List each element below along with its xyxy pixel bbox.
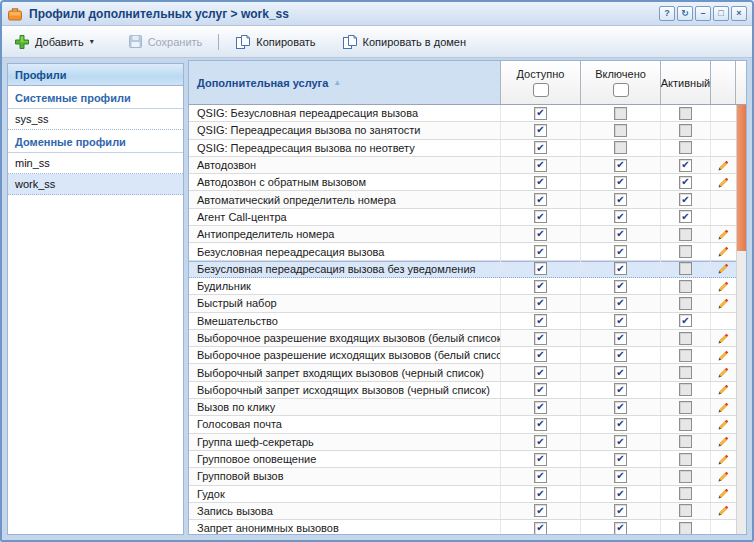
close-button[interactable]: × xyxy=(731,6,747,21)
enabled-checkbox[interactable]: ✔ xyxy=(614,193,627,206)
table-row[interactable]: Выборочное разрешение входящих вызовов (… xyxy=(189,330,736,347)
enabled-checkbox[interactable]: ✔ xyxy=(614,401,627,414)
edit-pencil-icon[interactable] xyxy=(717,453,730,466)
available-checkbox[interactable]: ✔ xyxy=(534,124,547,137)
available-checkbox[interactable]: ✔ xyxy=(534,470,547,483)
active-checkbox[interactable] xyxy=(679,418,692,431)
table-row[interactable]: Гудок✔✔ xyxy=(189,486,736,503)
edit-pencil-icon[interactable] xyxy=(717,176,730,189)
sidebar-item-min_ss[interactable]: min_ss xyxy=(8,153,183,174)
table-row[interactable]: Безусловная переадресация вызова без уве… xyxy=(189,261,736,278)
enabled-checkbox[interactable]: ✔ xyxy=(614,262,627,275)
vertical-scrollbar[interactable] xyxy=(736,105,746,534)
available-checkbox[interactable]: ✔ xyxy=(534,176,547,189)
enabled-checkbox[interactable]: ✔ xyxy=(614,383,627,396)
active-checkbox[interactable] xyxy=(679,107,692,120)
available-checkbox[interactable]: ✔ xyxy=(534,280,547,293)
edit-pencil-icon[interactable] xyxy=(717,487,730,500)
available-checkbox[interactable]: ✔ xyxy=(534,366,547,379)
sidebar-item-sys_ss[interactable]: sys_ss xyxy=(8,109,183,130)
copy-button[interactable]: Копировать xyxy=(229,30,321,54)
edit-pencil-icon[interactable] xyxy=(717,349,730,362)
available-checkbox[interactable]: ✔ xyxy=(534,245,547,258)
enabled-checkbox[interactable]: ✔ xyxy=(614,522,627,534)
enabled-select-all-checkbox[interactable] xyxy=(613,83,629,97)
table-row[interactable]: Вызов по клику✔✔ xyxy=(189,399,736,416)
table-row[interactable]: Автоматический определитель номера✔✔✔ xyxy=(189,191,736,208)
edit-pencil-icon[interactable] xyxy=(717,228,730,241)
available-checkbox[interactable]: ✔ xyxy=(534,435,547,448)
table-row[interactable]: Запрет анонимных вызовов✔✔ xyxy=(189,520,736,534)
enabled-checkbox[interactable]: ✔ xyxy=(614,314,627,327)
enabled-checkbox[interactable]: ✔ xyxy=(614,349,627,362)
available-checkbox[interactable]: ✔ xyxy=(534,297,547,310)
edit-pencil-icon[interactable] xyxy=(717,245,730,258)
enabled-checkbox[interactable]: ✔ xyxy=(614,245,627,258)
enabled-checkbox[interactable] xyxy=(614,107,627,120)
enabled-checkbox[interactable]: ✔ xyxy=(614,435,627,448)
enabled-checkbox[interactable]: ✔ xyxy=(614,159,627,172)
enabled-checkbox[interactable]: ✔ xyxy=(614,453,627,466)
edit-pencil-icon[interactable] xyxy=(717,401,730,414)
available-checkbox[interactable]: ✔ xyxy=(534,383,547,396)
active-checkbox[interactable] xyxy=(679,522,692,534)
active-checkbox[interactable] xyxy=(679,366,692,379)
table-row[interactable]: QSIG: Переадресация вызова по неответу✔ xyxy=(189,140,736,157)
edit-pencil-icon[interactable] xyxy=(717,504,730,517)
table-row[interactable]: Запись вызова✔✔ xyxy=(189,503,736,520)
enabled-checkbox[interactable]: ✔ xyxy=(614,418,627,431)
active-checkbox[interactable] xyxy=(679,124,692,137)
active-checkbox[interactable] xyxy=(679,228,692,241)
active-checkbox[interactable] xyxy=(679,470,692,483)
help-button[interactable]: ? xyxy=(659,6,675,21)
enabled-checkbox[interactable]: ✔ xyxy=(614,176,627,189)
table-row[interactable]: Выборочный запрет исходящих вызовов (чер… xyxy=(189,382,736,399)
available-checkbox[interactable]: ✔ xyxy=(534,349,547,362)
active-checkbox[interactable]: ✔ xyxy=(679,314,692,327)
edit-pencil-icon[interactable] xyxy=(717,383,730,396)
available-checkbox[interactable]: ✔ xyxy=(534,332,547,345)
edit-pencil-icon[interactable] xyxy=(717,262,730,275)
table-row[interactable]: Автодозвон✔✔✔ xyxy=(189,157,736,174)
active-checkbox[interactable] xyxy=(679,435,692,448)
enabled-checkbox[interactable]: ✔ xyxy=(614,487,627,500)
table-row[interactable]: QSIG: Безусловная переадресация вызова✔ xyxy=(189,105,736,122)
active-checkbox[interactable] xyxy=(679,453,692,466)
available-checkbox[interactable]: ✔ xyxy=(534,159,547,172)
column-header-service[interactable]: Дополнительная услуга ▲ xyxy=(189,61,501,104)
active-checkbox[interactable] xyxy=(679,487,692,500)
edit-pencil-icon[interactable] xyxy=(717,159,730,172)
active-checkbox[interactable] xyxy=(679,262,692,275)
active-checkbox[interactable]: ✔ xyxy=(679,210,692,223)
active-checkbox[interactable] xyxy=(679,297,692,310)
edit-pencil-icon[interactable] xyxy=(717,435,730,448)
edit-pencil-icon[interactable] xyxy=(717,280,730,293)
available-checkbox[interactable]: ✔ xyxy=(534,522,547,534)
active-checkbox[interactable] xyxy=(679,383,692,396)
available-checkbox[interactable]: ✔ xyxy=(534,401,547,414)
edit-pencil-icon[interactable] xyxy=(717,418,730,431)
refresh-button[interactable]: ↻ xyxy=(677,6,693,21)
available-checkbox[interactable]: ✔ xyxy=(534,418,547,431)
enabled-checkbox[interactable] xyxy=(614,141,627,154)
table-row[interactable]: Автодозвон с обратным вызовом✔✔✔ xyxy=(189,174,736,191)
column-header-active[interactable]: Активный xyxy=(661,61,711,104)
edit-pencil-icon[interactable] xyxy=(717,297,730,310)
enabled-checkbox[interactable]: ✔ xyxy=(614,332,627,345)
available-checkbox[interactable]: ✔ xyxy=(534,262,547,275)
minimize-button[interactable]: – xyxy=(695,6,711,21)
enabled-checkbox[interactable]: ✔ xyxy=(614,280,627,293)
table-row[interactable]: Безусловная переадресация вызова✔✔ xyxy=(189,243,736,260)
active-checkbox[interactable]: ✔ xyxy=(679,159,692,172)
save-button[interactable]: Сохранить xyxy=(122,30,209,53)
available-checkbox[interactable]: ✔ xyxy=(534,193,547,206)
active-checkbox[interactable] xyxy=(679,504,692,517)
available-checkbox[interactable]: ✔ xyxy=(534,453,547,466)
table-row[interactable]: Быстрый набор✔✔ xyxy=(189,295,736,312)
active-checkbox[interactable] xyxy=(679,245,692,258)
table-row[interactable]: Выборочное разрешение исходящих вызовов … xyxy=(189,347,736,364)
table-row[interactable]: Группа шеф-секретарь✔✔ xyxy=(189,434,736,451)
column-header-available[interactable]: Доступно xyxy=(501,61,581,104)
enabled-checkbox[interactable] xyxy=(614,124,627,137)
sidebar-item-work_ss[interactable]: work_ss xyxy=(8,174,183,195)
